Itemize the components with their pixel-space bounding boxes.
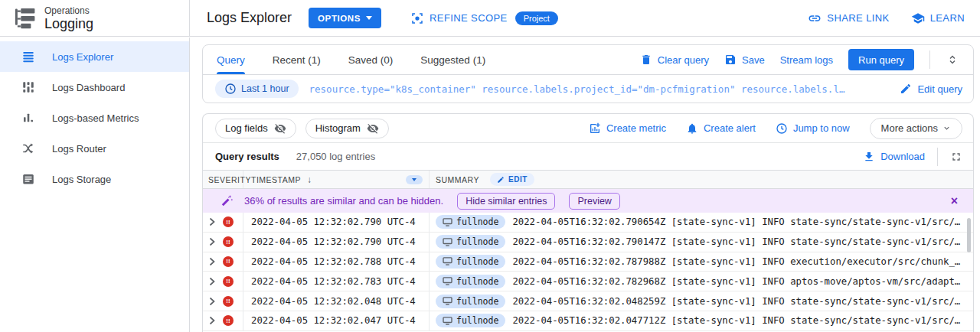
create-metric-button[interactable]: Create metric: [589, 122, 666, 135]
close-icon[interactable]: ×: [951, 195, 958, 207]
sort-descending-icon[interactable]: ↓: [307, 174, 312, 185]
list-icon: [21, 50, 35, 63]
expand-chevron-icon[interactable]: [208, 237, 216, 246]
fullnode-badge: fullnode: [436, 314, 505, 327]
expand-chevron-icon[interactable]: [208, 217, 216, 226]
time-range-button[interactable]: Last 1 hour: [215, 80, 299, 98]
fullnode-badge: fullnode: [436, 275, 505, 288]
vertical-scrollbar[interactable]: [967, 218, 971, 252]
query-builder-card: Query Recent (1) Saved (0) Suggested (1)…: [202, 44, 974, 103]
sidebar: Logs Explorer Logs Dashboard Logs-based …: [0, 37, 190, 332]
timestamp-dropdown-button[interactable]: [406, 175, 423, 184]
chevron-down-icon: [942, 124, 951, 132]
fullnode-badge-label: fullnode: [456, 256, 498, 267]
refine-scope-icon: [410, 11, 424, 25]
tab-saved[interactable]: Saved (0): [348, 45, 394, 74]
sidebar-item-logs-router[interactable]: Logs Router: [0, 133, 189, 164]
log-entries-count: 27,050 log entries: [296, 151, 375, 162]
options-button-label: OPTIONS: [318, 14, 361, 23]
save-label: Save: [742, 54, 765, 66]
collapse-panel-icon[interactable]: [946, 53, 959, 67]
jump-to-now-button[interactable]: Jump to now: [776, 122, 850, 135]
monitor-icon: [443, 277, 452, 285]
error-severity-icon: !!: [223, 216, 234, 227]
stream-logs-label: Stream logs: [780, 54, 833, 66]
log-row[interactable]: !! 2022-04-05 12:32:02.047 UTC-4 fullnod…: [203, 311, 973, 331]
log-row[interactable]: !! 2022-04-05 12:32:02.790 UTC-4 fullnod…: [203, 213, 973, 233]
error-severity-icon: !!: [223, 296, 234, 307]
main-content: Query Recent (1) Saved (0) Suggested (1)…: [190, 37, 980, 332]
edit-label: EDIT: [508, 175, 528, 184]
more-actions-button[interactable]: More actions: [870, 118, 962, 139]
clear-query-button[interactable]: Clear query: [640, 54, 709, 66]
edit-query-button[interactable]: Edit query: [900, 83, 962, 95]
options-button[interactable]: OPTIONS: [309, 8, 381, 28]
preview-button[interactable]: Preview: [569, 193, 619, 210]
fullnode-badge-label: fullnode: [456, 276, 498, 287]
log-row[interactable]: !! 2022-04-05 12:32:02.788 UTC-4 fullnod…: [203, 252, 973, 272]
sidebar-item-logs-explorer[interactable]: Logs Explorer: [0, 41, 189, 72]
log-summary: 2022-04-05T16:32:02.782968Z [state-sync-…: [512, 276, 973, 287]
summary-cell: fullnode 2022-04-05T16:32:02.790147Z [st…: [430, 233, 973, 252]
log-row[interactable]: !! 2022-04-05 12:32:02.790 UTC-4 fullnod…: [203, 233, 973, 252]
fullscreen-icon[interactable]: [950, 151, 962, 163]
time-range-label: Last 1 hour: [241, 83, 289, 94]
query-text[interactable]: resource.type="k8s_container" resource.l…: [309, 83, 890, 95]
learn-label: LEARN: [930, 12, 965, 24]
expand-chevron-icon[interactable]: [208, 297, 216, 306]
log-summary: 2022-04-05T16:32:02.048259Z [state-sync-…: [512, 296, 973, 307]
eye-off-icon: [274, 122, 286, 135]
clock-icon: [776, 122, 788, 135]
fullnode-badge-label: fullnode: [456, 236, 498, 247]
query-results-bar: Query results 27,050 log entries Downloa…: [203, 143, 973, 170]
fullnode-badge-label: fullnode: [456, 216, 498, 227]
save-button[interactable]: Save: [724, 54, 765, 66]
severity-cell: !!: [203, 272, 243, 291]
download-button[interactable]: Download: [863, 151, 925, 163]
timestamp-column-header[interactable]: TIMESTAMP ↓: [243, 171, 430, 188]
log-fields-toggle[interactable]: Log fields: [215, 119, 296, 138]
edit-summary-button[interactable]: EDIT: [490, 173, 534, 186]
log-timestamp: 2022-04-05 12:32:02.783 UTC-4: [243, 272, 430, 291]
scope-project-badge[interactable]: Project: [515, 11, 558, 25]
log-row[interactable]: !! 2022-04-05 12:32:02.783 UTC-4 fullnod…: [203, 272, 973, 291]
banner-message: 36% of results are similar and can be hi…: [244, 195, 443, 207]
histogram-toggle[interactable]: Histogram: [305, 119, 389, 138]
sidebar-item-label: Logs Dashboard: [52, 82, 125, 93]
sidebar-item-logs-dashboard[interactable]: Logs Dashboard: [0, 72, 189, 103]
query-bar[interactable]: Last 1 hour resource.type="k8s_container…: [203, 74, 973, 103]
storage-icon: [21, 172, 35, 186]
sidebar-item-logs-storage[interactable]: Logs Storage: [0, 164, 189, 194]
topbar-right-actions: SHARE LINK LEARN: [808, 11, 980, 25]
summary-cell: fullnode 2022-04-05T16:32:02.782968Z [st…: [430, 272, 973, 291]
fullnode-badge-label: fullnode: [456, 296, 498, 307]
sidebar-item-logs-based-metrics[interactable]: Logs-based Metrics: [0, 103, 189, 133]
sidebar-item-label: Logs Explorer: [52, 51, 113, 63]
expand-chevron-icon[interactable]: [208, 257, 216, 266]
query-tabs-row: Query Recent (1) Saved (0) Suggested (1)…: [203, 45, 973, 74]
save-icon: [724, 54, 737, 66]
refine-scope-button[interactable]: REFINE SCOPE: [410, 11, 508, 25]
tab-suggested[interactable]: Suggested (1): [420, 45, 485, 74]
share-link-button[interactable]: SHARE LINK: [808, 11, 889, 25]
tab-query[interactable]: Query: [217, 45, 245, 74]
bar-chart-icon: [21, 111, 35, 125]
hide-similar-entries-button[interactable]: Hide similar entries: [457, 193, 555, 210]
run-query-button[interactable]: Run query: [848, 49, 914, 70]
log-timestamp: 2022-04-05 12:32:02.047 UTC-4: [243, 311, 430, 330]
table-header-row: SEVERITY TIMESTAMP ↓ SUMMARY EDIT: [203, 170, 973, 189]
tab-recent[interactable]: Recent (1): [273, 45, 321, 74]
expand-chevron-icon[interactable]: [208, 277, 216, 286]
create-alert-button[interactable]: Create alert: [686, 122, 756, 135]
stream-logs-button[interactable]: Stream logs: [780, 54, 833, 66]
expand-chevron-icon[interactable]: [208, 316, 216, 325]
download-icon: [863, 151, 875, 163]
monitor-icon: [443, 257, 452, 265]
monitor-icon: [443, 317, 452, 325]
query-actions: Clear query Save Stream logs Run query: [640, 49, 959, 70]
learn-button[interactable]: LEARN: [911, 11, 965, 25]
monitor-icon: [443, 238, 452, 246]
severity-column-header[interactable]: SEVERITY: [203, 171, 243, 188]
pencil-icon: [900, 83, 912, 95]
log-row[interactable]: !! 2022-04-05 12:32:02.048 UTC-4 fullnod…: [203, 291, 973, 311]
